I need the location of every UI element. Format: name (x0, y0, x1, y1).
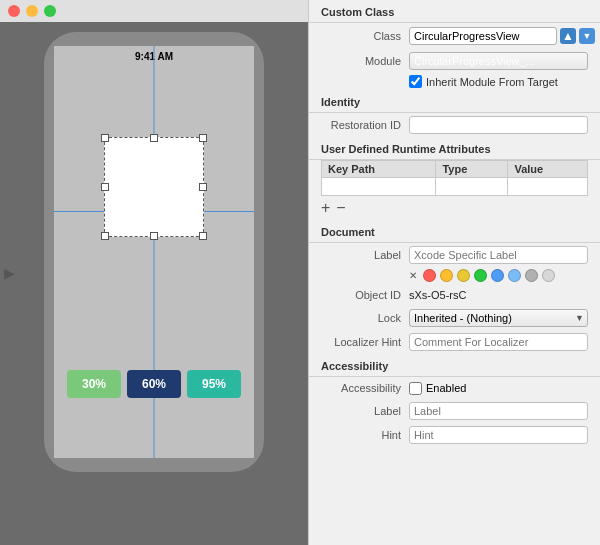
document-label-label: Label (321, 249, 401, 261)
remove-attribute-button[interactable]: − (336, 200, 345, 216)
restoration-input[interactable] (409, 116, 588, 134)
phone-screen: 9:41 AM 30% 60% (54, 46, 254, 458)
color-dots: ✕ (409, 269, 555, 282)
object-id-row: Object ID sXs-O5-rsC (309, 284, 600, 306)
class-stepper-up[interactable]: ▲ (560, 28, 576, 44)
color-x-icon[interactable]: ✕ (409, 270, 417, 281)
accessibility-enabled-label: Enabled (426, 382, 466, 394)
accessibility-hint-input[interactable] (409, 426, 588, 444)
accessibility-hint-label: Hint (321, 429, 401, 441)
accessibility-label-row: Label (309, 399, 600, 423)
module-label: Module (321, 55, 401, 67)
lock-select-wrapper: Inherited - (Nothing) ▼ (409, 309, 588, 327)
progress-box-60: 60% (127, 370, 181, 398)
left-arrow[interactable]: ▶ (0, 258, 18, 288)
cell-value (508, 178, 588, 196)
restoration-label: Restoration ID (321, 119, 401, 131)
color-dot-red[interactable] (423, 269, 436, 282)
localizer-row: Localizer Hint (309, 330, 600, 354)
class-input[interactable] (409, 27, 557, 45)
color-dot-light-gray[interactable] (542, 269, 555, 282)
cell-keypath (322, 178, 436, 196)
color-dot-green[interactable] (474, 269, 487, 282)
handle-bottom-right[interactable] (199, 232, 207, 240)
col-value: Value (508, 161, 588, 178)
section-custom-class: Custom Class (309, 0, 600, 23)
class-label: Class (321, 30, 401, 42)
inherit-label: Inherit Module From Target (426, 76, 558, 88)
color-dot-blue[interactable] (491, 269, 504, 282)
inherit-checkbox-row: Inherit Module From Target (309, 73, 600, 90)
module-select[interactable]: CircularProgressView_... (409, 52, 588, 70)
localizer-input[interactable] (409, 333, 588, 351)
add-attribute-button[interactable]: + (321, 200, 330, 216)
document-label-input[interactable] (409, 246, 588, 264)
plus-minus-row: + − (309, 196, 600, 220)
handle-mid-left[interactable] (101, 183, 109, 191)
cell-type (436, 178, 508, 196)
color-dot-orange[interactable] (440, 269, 453, 282)
inherit-checkbox[interactable] (409, 75, 422, 88)
restoration-row: Restoration ID (309, 113, 600, 137)
maximize-button[interactable] (44, 5, 56, 17)
handle-mid-right[interactable] (199, 183, 207, 191)
lock-row: Lock Inherited - (Nothing) ▼ (309, 306, 600, 330)
section-accessibility: Accessibility (309, 354, 600, 377)
color-dot-light-blue[interactable] (508, 269, 521, 282)
handle-top-right[interactable] (199, 134, 207, 142)
section-identity: Identity (309, 90, 600, 113)
titlebar (0, 0, 308, 22)
accessibility-label-label: Label (321, 405, 401, 417)
progress-box-95: 95% (187, 370, 241, 398)
handle-bottom-left[interactable] (101, 232, 109, 240)
table-row-empty (322, 178, 588, 196)
close-button[interactable] (8, 5, 20, 17)
section-user-defined: User Defined Runtime Attributes (309, 137, 600, 160)
section-document: Document (309, 220, 600, 243)
module-row: Module CircularProgressView_... (309, 49, 600, 73)
accessibility-field-label: Accessibility (321, 382, 401, 394)
object-id-value: sXs-O5-rsC (409, 289, 588, 301)
selected-view[interactable] (104, 137, 204, 237)
document-label-row: Label (309, 243, 600, 267)
col-type: Type (436, 161, 508, 178)
accessibility-label-input[interactable] (409, 402, 588, 420)
progress-box-30: 30% (67, 370, 121, 398)
progress-boxes: 30% 60% 95% (54, 370, 254, 398)
object-id-label: Object ID (321, 289, 401, 301)
attrs-table: Key Path Type Value (321, 160, 588, 196)
handle-top-left[interactable] (101, 134, 109, 142)
right-panel: Custom Class Class ▲ ▼ Module CircularPr… (308, 0, 600, 545)
phone-frame: 9:41 AM 30% 60% (44, 32, 264, 472)
color-dot-gray[interactable] (525, 269, 538, 282)
color-dot-yellow[interactable] (457, 269, 470, 282)
col-keypath: Key Path (322, 161, 436, 178)
minimize-button[interactable] (26, 5, 38, 17)
accessibility-enabled-wrap: Enabled (409, 382, 466, 395)
left-panel: 9:41 AM 30% 60% (0, 0, 308, 545)
color-dots-row: ✕ (309, 267, 600, 284)
class-row: Class ▲ ▼ (309, 23, 600, 49)
accessibility-enabled-checkbox[interactable] (409, 382, 422, 395)
accessibility-hint-row: Hint (309, 423, 600, 447)
localizer-label: Localizer Hint (321, 336, 401, 348)
handle-top-mid[interactable] (150, 134, 158, 142)
handle-bottom-mid[interactable] (150, 232, 158, 240)
lock-select[interactable]: Inherited - (Nothing) (409, 309, 588, 327)
class-stepper-down[interactable]: ▼ (579, 28, 595, 44)
accessibility-enabled-row: Accessibility Enabled (309, 377, 600, 399)
module-select-wrapper: CircularProgressView_... (409, 52, 588, 70)
lock-label: Lock (321, 312, 401, 324)
class-input-wrap: ▲ ▼ (409, 27, 595, 45)
